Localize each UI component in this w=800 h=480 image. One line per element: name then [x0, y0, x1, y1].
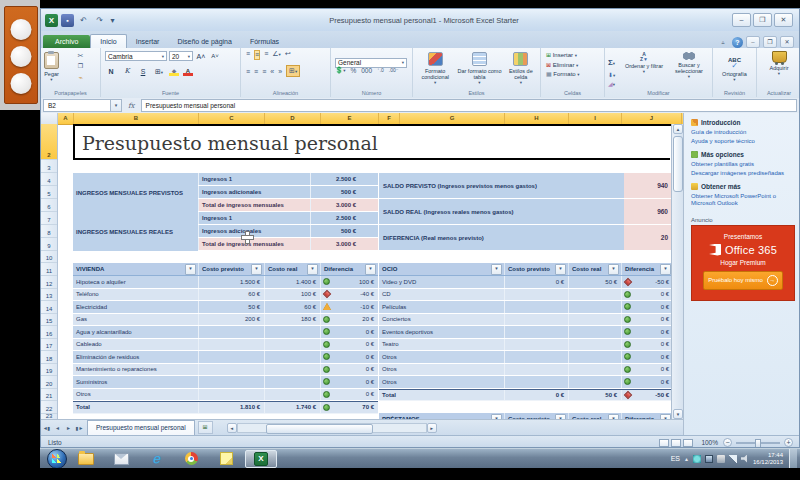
horizontal-scroll-thumb[interactable] [266, 424, 373, 434]
last-sheet-icon[interactable]: ▮► [74, 425, 85, 431]
doc-restore-button[interactable]: ❐ [763, 36, 777, 48]
table-row[interactable]: Video y DVD0 €50 €-50 € [379, 276, 673, 289]
column-header-C[interactable]: C [199, 113, 265, 124]
horizontal-scrollbar[interactable] [237, 423, 427, 433]
zoom-level[interactable]: 100% [701, 439, 718, 446]
row-header-21[interactable]: 21 [41, 389, 57, 402]
filter-icon[interactable]: ▼ [365, 264, 376, 275]
save-button[interactable]: ▪ [61, 14, 74, 27]
fill-color-icon[interactable]: ◆ [169, 67, 179, 76]
thousands-icon[interactable]: 000 [361, 67, 372, 74]
fill-icon[interactable]: ⬇▾ [608, 71, 615, 78]
show-desktop-button[interactable] [789, 449, 797, 469]
column-header-D[interactable]: D [265, 113, 321, 124]
italic-button[interactable]: K [121, 66, 133, 77]
filter-icon[interactable]: ▼ [660, 264, 671, 275]
vertical-scroll-thumb[interactable] [673, 136, 683, 192]
row-header-19[interactable]: 19 [41, 364, 57, 377]
table-row[interactable]: Cableado0 € [73, 339, 378, 352]
tab-diseno[interactable]: Diseño de página [168, 35, 241, 48]
taskbar-mail-button[interactable] [105, 450, 137, 468]
row-header-11[interactable]: 11 [41, 263, 57, 276]
row-header-10[interactable]: 10 [41, 251, 57, 263]
align-bottom-icon[interactable]: ≡ [264, 50, 268, 60]
filter-icon[interactable]: ▼ [555, 264, 566, 275]
doc-close-button[interactable]: ✕ [780, 36, 794, 48]
zoom-slider[interactable] [736, 442, 780, 444]
row-header-7[interactable]: 7 [41, 212, 57, 225]
vertical-scrollbar[interactable]: ▲ ▼ [671, 124, 683, 419]
filter-icon[interactable]: ▼ [185, 264, 196, 275]
decrease-indent-icon[interactable]: « [270, 68, 274, 75]
undo-button[interactable]: ↶ [77, 14, 90, 27]
column-header-B[interactable]: B [74, 113, 199, 124]
currency-icon[interactable]: 💲▾ [335, 66, 345, 74]
row-header-4[interactable]: 4 [41, 173, 57, 186]
taskpane-link[interactable]: Ayuda y soporte técnico [691, 138, 795, 145]
page-break-view-icon[interactable] [683, 439, 693, 447]
column-header-E[interactable]: E [321, 113, 379, 124]
hscroll-left-icon[interactable]: ◄ [227, 423, 237, 433]
format-cells-button[interactable]: ▦ Formato ▾ [546, 70, 580, 77]
align-center-icon[interactable]: ≡ [254, 68, 258, 75]
sort-filter-button[interactable]: AZ▼ Ordenar y filtrar▾ [623, 49, 665, 74]
table-row[interactable]: Gas200 €180 €20 € [73, 314, 378, 327]
align-top-icon[interactable]: ≡ [246, 50, 250, 60]
taskpane-link[interactable]: Guía de introducción [691, 129, 795, 136]
fx-icon[interactable]: fx [122, 102, 141, 110]
office365-ad[interactable]: Presentamos Office 365 Hogar Premium Pru… [691, 225, 795, 301]
format-painter-icon[interactable]: ⌁ [75, 73, 86, 82]
font-size-select[interactable]: 20▾ [169, 51, 193, 61]
row-header-17[interactable]: 17 [41, 339, 57, 352]
taskpane-link[interactable]: Descargar imágenes prediseñadas [691, 170, 795, 177]
cut-icon[interactable]: ✂ [75, 51, 86, 60]
taskbar-notes-button[interactable] [210, 450, 242, 468]
hardware-button-1[interactable] [11, 19, 32, 40]
insert-worksheet-icon[interactable]: ⊞ [198, 421, 213, 434]
table-row[interactable]: Suministros0 € [73, 376, 378, 389]
taskpane-link[interactable]: Obtener plantillas gratis [691, 161, 795, 168]
zoom-slider-thumb[interactable] [755, 439, 761, 449]
redo-button[interactable]: ↷ [93, 14, 106, 27]
row-header-5[interactable]: 5 [41, 186, 57, 199]
column-header-I[interactable]: I [569, 113, 622, 124]
table-row[interactable]: Hipoteca o alquiler1.500 €1.400 €100 € [73, 276, 378, 289]
bold-button[interactable]: N [105, 66, 117, 77]
row-header-14[interactable]: 14 [41, 301, 57, 314]
name-box-dropdown[interactable]: ▾ [111, 99, 122, 112]
percent-icon[interactable]: % [350, 67, 356, 74]
select-all-corner[interactable] [41, 113, 58, 124]
sheet-tab-active[interactable]: Presupuesto mensual personal [87, 420, 195, 436]
first-sheet-icon[interactable]: ◄▮ [41, 425, 52, 431]
taskpane-link[interactable]: Obtener Microsoft PowerPoint o Microsoft… [691, 193, 795, 207]
network-icon[interactable] [729, 455, 737, 463]
column-header-G[interactable]: G [400, 113, 505, 124]
align-left-icon[interactable]: ≡ [246, 68, 250, 75]
purchase-button[interactable]: Adquirir▾ [757, 48, 800, 76]
row-header-8[interactable]: 8 [41, 225, 57, 238]
volume-muted-icon[interactable] [741, 455, 749, 463]
spelling-button[interactable]: ABC✓ Ortografía▾ [713, 54, 756, 82]
table-row[interactable]: Otros0 € [73, 389, 378, 402]
tab-formulas[interactable]: Fórmulas [241, 35, 288, 48]
ad-cta-button[interactable]: Pruébalo hoy mismo → [703, 271, 783, 290]
shrink-font-icon[interactable]: A˅ [209, 51, 221, 62]
filter-icon[interactable]: ▼ [307, 264, 318, 275]
filter-icon[interactable]: ▼ [251, 264, 262, 275]
paste-button[interactable]: Pegar▾ [44, 49, 59, 82]
qat-customize-button[interactable]: ▾ [109, 14, 116, 27]
taskbar-chrome-button[interactable] [175, 450, 207, 468]
close-button[interactable]: ✕ [774, 13, 793, 27]
table-total-row[interactable]: Total1.810 €1.740 €70 € [73, 401, 378, 414]
saldo-row[interactable]: SALDO REAL (Ingresos reales menos gastos… [379, 199, 673, 225]
table-row[interactable]: CD0 € [379, 289, 673, 302]
row-header-13[interactable]: 13 [41, 289, 57, 302]
table-total-row[interactable]: Total0 €50 €-50 € [379, 389, 673, 402]
row-header-15[interactable]: 15 [41, 314, 57, 327]
insert-cells-button[interactable]: ⊞ Insertar ▾ [546, 51, 580, 58]
increase-decimal-icon[interactable]: ⁺.0 [377, 67, 384, 73]
column-header-H[interactable]: H [505, 113, 569, 124]
tab-archivo[interactable]: Archivo [43, 35, 90, 48]
next-sheet-icon[interactable]: ► [63, 425, 74, 431]
table-row[interactable]: Electricidad50 €60 €-10 € [73, 301, 378, 314]
